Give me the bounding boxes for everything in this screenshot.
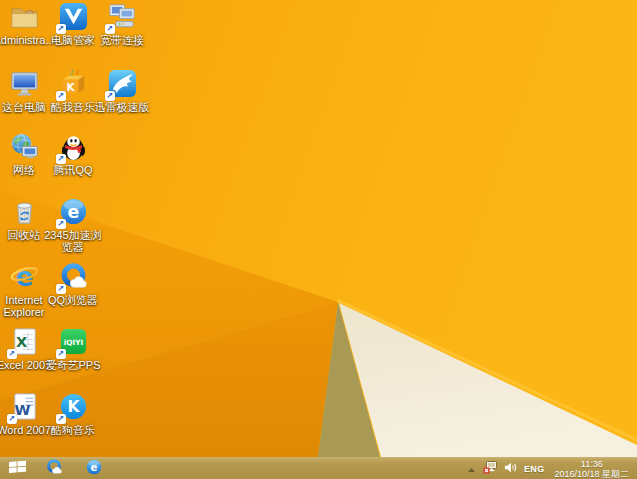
svg-text:K: K (66, 81, 75, 94)
clock-time: 11:36 (581, 459, 603, 469)
svg-text:♪: ♪ (69, 69, 73, 77)
shortcut-arrow-icon: ↗ (56, 284, 66, 294)
network-disconnected-icon (483, 460, 497, 478)
svg-text:e: e (67, 202, 79, 222)
shortcut-arrow-icon: ↗ (105, 91, 115, 101)
desktop-icon-label: 腾讯QQ (42, 164, 104, 176)
shortcut-arrow-icon: ↗ (7, 349, 17, 359)
shortcut-arrow-icon: ↗ (56, 414, 66, 424)
qq-browser-icon: ↗ (58, 261, 89, 292)
chevron-up-icon (467, 460, 476, 478)
desktop-icon-qq[interactable]: ↗ 腾讯QQ (42, 131, 104, 176)
taskbar-qq-browser-button[interactable] (34, 458, 74, 479)
shortcut-arrow-icon: ↗ (105, 24, 115, 34)
browser-2345-icon: e ↗ (58, 196, 89, 227)
speaker-icon (504, 460, 517, 478)
desktop-icon-broadband[interactable]: ↗ 宽带连接 (91, 1, 153, 46)
desktop-icon-label: 宽带连接 (91, 34, 153, 46)
show-hidden-icons-button[interactable] (467, 460, 476, 478)
recycle-bin-icon (9, 196, 40, 227)
network-status-button[interactable] (483, 460, 497, 478)
desktop-icon-label: QQ浏览器 (42, 294, 104, 306)
network-icon (9, 131, 40, 162)
qq-icon: ↗ (58, 131, 89, 162)
broadband-icon: ↗ (107, 1, 138, 32)
desktop-icon-iqiyi[interactable]: iQIYI ↗ 爱奇艺PPS (42, 326, 104, 371)
taskbar: e (0, 457, 637, 479)
iqiyi-icon: iQIYI ↗ (58, 326, 89, 357)
shortcut-arrow-icon: ↗ (56, 349, 66, 359)
shortcut-arrow-icon: ↗ (56, 219, 66, 229)
shortcut-arrow-icon: ↗ (56, 154, 66, 164)
shortcut-arrow-icon: ↗ (56, 24, 66, 34)
desktop-icon-label: 酷狗音乐 (42, 424, 104, 436)
svg-text:e: e (91, 461, 98, 472)
kugou-icon: K ↗ (58, 391, 89, 422)
word-icon: W ↗ (9, 391, 40, 422)
browser-2345-icon: e (85, 458, 103, 479)
thunder-icon: ↗ (107, 68, 138, 99)
qq-browser-icon (45, 458, 63, 479)
windows-logo-icon (9, 460, 26, 478)
svg-text:iQIYI: iQIYI (63, 338, 83, 347)
svg-text:X: X (15, 334, 26, 350)
desktop-icon-kugou[interactable]: K ↗ 酷狗音乐 (42, 391, 104, 436)
clock[interactable]: 11:36 2016/10/18 星期二 (551, 459, 632, 479)
desktop[interactable]: Administra... ↗ 电脑管家 ↗ 宽带连接 这台电脑 K ♪ ♪ ↗… (0, 0, 637, 457)
desktop-icon-thunder[interactable]: ↗ 迅雷极速版 (91, 68, 153, 113)
start-button[interactable] (0, 458, 34, 479)
shortcut-arrow-icon: ↗ (56, 91, 66, 101)
language-indicator[interactable]: ENG (524, 464, 544, 474)
svg-text:K: K (67, 398, 80, 416)
desktop-icon-label: 2345加速浏览器 (42, 229, 104, 253)
desktop-icon-browser-2345[interactable]: e ↗ 2345加速浏览器 (42, 196, 104, 253)
excel-icon: X ↗ (9, 326, 40, 357)
admin-folder-icon (9, 1, 40, 32)
this-pc-icon (9, 68, 40, 99)
internet-explorer-icon: e (9, 261, 40, 292)
volume-button[interactable] (504, 460, 517, 478)
taskbar-browser-2345-button[interactable]: e (74, 458, 114, 479)
desktop-icon-label: 迅雷极速版 (91, 101, 153, 113)
desktop-icon-label: 爱奇艺PPS (42, 359, 104, 371)
pc-manager-icon: ↗ (58, 1, 89, 32)
svg-text:♪: ♪ (75, 69, 79, 75)
desktop-icon-qq-browser[interactable]: ↗ QQ浏览器 (42, 261, 104, 306)
shortcut-arrow-icon: ↗ (7, 414, 17, 424)
clock-date: 2016/10/18 星期二 (554, 469, 629, 479)
kuwo-music-icon: K ♪ ♪ ↗ (58, 68, 89, 99)
system-tray: ENG 11:36 2016/10/18 星期二 (467, 458, 637, 479)
